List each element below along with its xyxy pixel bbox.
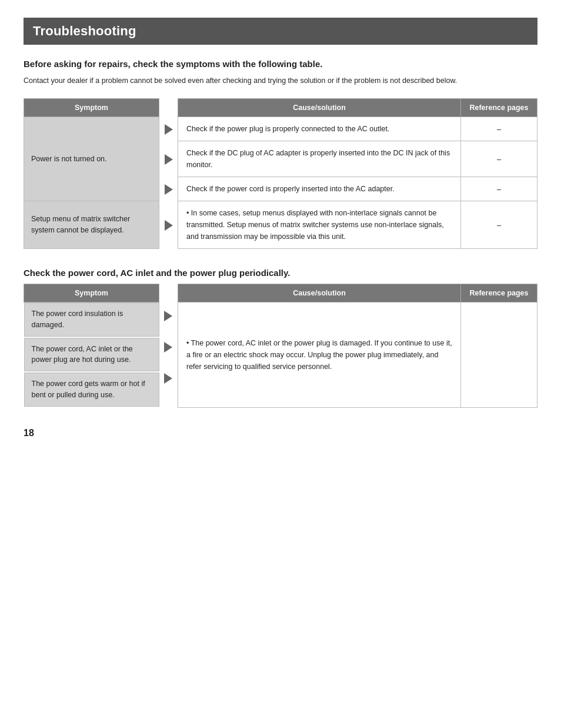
ref-cell-2-1: –	[461, 201, 537, 249]
page-number: 18	[24, 428, 34, 438]
cause-cell-1-2: Check if the DC plug of AC adapter is pr…	[178, 141, 461, 177]
table2: Symptom Cause/solution Reference pages T…	[24, 284, 537, 408]
page-title: Troubleshooting	[24, 18, 537, 45]
arrow-icon-4	[159, 201, 178, 249]
arrow-icon-1	[159, 117, 178, 141]
arrow-icon-5	[164, 311, 172, 321]
table2-header-cause: Cause/solution	[178, 284, 461, 302]
section1-heading: Before asking for repairs, check the sym…	[24, 59, 537, 69]
ref-cell-1-3: –	[461, 177, 537, 201]
table-row: The power cord insulation is damaged. Th…	[24, 302, 537, 408]
cause-cell-1-1: Check if the power plug is properly conn…	[178, 117, 461, 141]
ref-cell-1-1: –	[461, 117, 537, 141]
ref-cell-1-2: –	[461, 141, 537, 177]
section2-heading: Check the power cord, AC inlet and the p…	[24, 268, 537, 278]
table2-header-ref: Reference pages	[461, 284, 537, 302]
symptom-cell-1: Power is not turned on.	[24, 117, 159, 201]
section1-intro: Contact your dealer if a problem cannot …	[24, 75, 537, 87]
ref-cell-3	[461, 302, 537, 408]
cause-cell-1-3: Check if the power cord is properly inse…	[178, 177, 461, 201]
symptom-cell-5: The power cord gets warm or hot if bent …	[24, 373, 159, 407]
page: Troubleshooting Before asking for repair…	[0, 0, 561, 450]
arrow-icon-3	[159, 177, 178, 201]
arrow-icon-7	[164, 373, 172, 384]
table1: Symptom Cause/solution Reference pages P…	[24, 98, 537, 249]
table1-header-symptom: Symptom	[24, 99, 159, 117]
arrow-icon-6	[164, 342, 172, 353]
table-row: Power is not turned on. Check if the pow…	[24, 117, 537, 141]
arrow-icon-2	[159, 141, 178, 177]
cause-cell-3: • The power cord, AC inlet or the power …	[178, 302, 461, 408]
symptom-cell-2: Setup menu of matrix switcher system can…	[24, 201, 159, 249]
table2-header-symptom: Symptom	[24, 284, 159, 302]
cause-cell-2-1: • In some cases, setup menus displayed w…	[178, 201, 461, 249]
table1-header-ref: Reference pages	[461, 99, 537, 117]
table1-header-cause: Cause/solution	[178, 99, 461, 117]
symptom-cell-3: The power cord insulation is damaged.	[24, 302, 159, 337]
symptom-cell-4: The power cord, AC inlet or the power pl…	[24, 338, 159, 372]
table-row: Setup menu of matrix switcher system can…	[24, 201, 537, 249]
